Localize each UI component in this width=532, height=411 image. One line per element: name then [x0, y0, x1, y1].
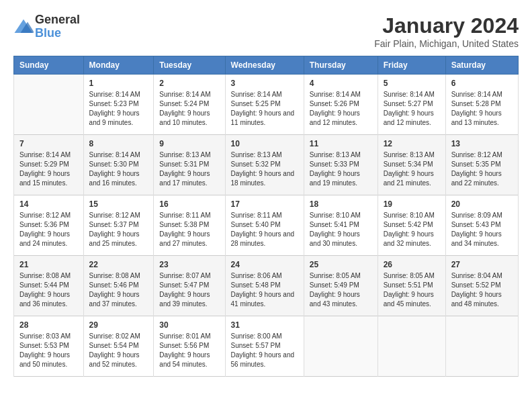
daylight-text: Daylight: 9 hours and 21 minutes.: [384, 169, 440, 188]
day-number: 2: [159, 79, 219, 88]
calendar-cell: 7Sunrise: 8:14 AMSunset: 5:29 PMDaylight…: [14, 135, 84, 195]
page-title: January 2024: [374, 13, 519, 38]
day-number: 11: [310, 139, 372, 148]
day-info: Sunrise: 8:12 AMSunset: 5:37 PMDaylight:…: [89, 211, 148, 248]
sunrise-text: Sunrise: 8:10 AM: [310, 211, 372, 220]
calendar-cell: 31Sunrise: 8:00 AMSunset: 5:57 PMDayligh…: [225, 316, 304, 377]
sunrise-text: Sunrise: 8:14 AM: [384, 90, 440, 99]
calendar-cell: 28Sunrise: 8:03 AMSunset: 5:53 PMDayligh…: [14, 316, 84, 377]
sunrise-text: Sunrise: 8:13 AM: [310, 150, 372, 160]
day-info: Sunrise: 8:06 AMSunset: 5:48 PMDaylight:…: [231, 271, 298, 309]
calendar-cell: 25Sunrise: 8:05 AMSunset: 5:49 PMDayligh…: [304, 256, 378, 316]
calendar-week-row: 1Sunrise: 8:14 AMSunset: 5:23 PMDaylight…: [14, 75, 519, 135]
calendar-cell: 4Sunrise: 8:14 AMSunset: 5:26 PMDaylight…: [304, 75, 378, 135]
logo-general: General: [35, 13, 80, 27]
daylight-text: Daylight: 9 hours and 48 minutes.: [451, 290, 513, 309]
day-number: 18: [310, 199, 372, 209]
day-number: 3: [231, 79, 298, 88]
calendar-cell: [14, 75, 84, 135]
sunrise-text: Sunrise: 8:14 AM: [19, 150, 78, 160]
day-number: 8: [89, 139, 148, 148]
day-info: Sunrise: 8:09 AMSunset: 5:43 PMDaylight:…: [451, 211, 513, 248]
calendar-cell: 9Sunrise: 8:13 AMSunset: 5:31 PMDaylight…: [154, 135, 225, 195]
daylight-text: Daylight: 9 hours and 32 minutes.: [384, 230, 440, 248]
day-info: Sunrise: 8:05 AMSunset: 5:51 PMDaylight:…: [384, 271, 440, 309]
sunset-text: Sunset: 5:24 PM: [159, 99, 219, 109]
daylight-text: Daylight: 9 hours and 36 minutes.: [19, 290, 78, 309]
column-header-wednesday: Wednesday: [225, 56, 304, 75]
sunrise-text: Sunrise: 8:03 AM: [19, 332, 78, 341]
calendar-cell: 18Sunrise: 8:10 AMSunset: 5:41 PMDayligh…: [304, 195, 378, 256]
sunset-text: Sunset: 5:36 PM: [19, 220, 78, 230]
day-info: Sunrise: 8:13 AMSunset: 5:31 PMDaylight:…: [159, 150, 219, 188]
calendar-cell: 13Sunrise: 8:12 AMSunset: 5:35 PMDayligh…: [445, 135, 518, 195]
sunrise-text: Sunrise: 8:13 AM: [231, 150, 298, 160]
day-number: 9: [159, 139, 219, 148]
day-info: Sunrise: 8:14 AMSunset: 5:27 PMDaylight:…: [384, 90, 440, 128]
sunset-text: Sunset: 5:33 PM: [310, 160, 372, 169]
daylight-text: Daylight: 9 hours and 17 minutes.: [159, 169, 219, 188]
daylight-text: Daylight: 9 hours and 34 minutes.: [451, 230, 513, 248]
day-info: Sunrise: 8:12 AMSunset: 5:35 PMDaylight:…: [451, 150, 513, 188]
day-info: Sunrise: 8:08 AMSunset: 5:46 PMDaylight:…: [89, 271, 148, 309]
daylight-text: Daylight: 9 hours and 52 minutes.: [89, 351, 148, 369]
sunrise-text: Sunrise: 8:00 AM: [231, 332, 298, 341]
sunset-text: Sunset: 5:46 PM: [89, 281, 148, 290]
daylight-text: Daylight: 9 hours and 12 minutes.: [310, 109, 372, 128]
day-info: Sunrise: 8:14 AMSunset: 5:24 PMDaylight:…: [159, 90, 219, 128]
sunset-text: Sunset: 5:47 PM: [159, 281, 219, 290]
column-header-tuesday: Tuesday: [154, 56, 225, 75]
day-number: 10: [231, 139, 298, 148]
logo-icon: [13, 17, 34, 37]
day-info: Sunrise: 8:14 AMSunset: 5:25 PMDaylight:…: [231, 90, 298, 128]
sunset-text: Sunset: 5:23 PM: [89, 99, 148, 109]
daylight-text: Daylight: 9 hours and 43 minutes.: [310, 290, 372, 309]
daylight-text: Daylight: 9 hours and 11 minutes.: [231, 109, 298, 128]
sunset-text: Sunset: 5:29 PM: [19, 160, 78, 169]
day-info: Sunrise: 8:10 AMSunset: 5:42 PMDaylight:…: [384, 211, 440, 248]
sunrise-text: Sunrise: 8:14 AM: [231, 90, 298, 99]
sunset-text: Sunset: 5:54 PM: [89, 341, 148, 351]
day-number: 7: [19, 139, 78, 148]
day-info: Sunrise: 8:10 AMSunset: 5:41 PMDaylight:…: [310, 211, 372, 248]
calendar-cell: 12Sunrise: 8:13 AMSunset: 5:34 PMDayligh…: [378, 135, 445, 195]
calendar-cell: 22Sunrise: 8:08 AMSunset: 5:46 PMDayligh…: [83, 256, 154, 316]
calendar-cell: 15Sunrise: 8:12 AMSunset: 5:37 PMDayligh…: [83, 195, 154, 256]
calendar-week-row: 21Sunrise: 8:08 AMSunset: 5:44 PMDayligh…: [14, 256, 519, 316]
day-info: Sunrise: 8:11 AMSunset: 5:38 PMDaylight:…: [159, 211, 219, 248]
column-header-thursday: Thursday: [304, 56, 378, 75]
sunrise-text: Sunrise: 8:01 AM: [159, 332, 219, 341]
day-info: Sunrise: 8:02 AMSunset: 5:54 PMDaylight:…: [89, 332, 148, 369]
day-info: Sunrise: 8:05 AMSunset: 5:49 PMDaylight:…: [310, 271, 372, 309]
daylight-text: Daylight: 9 hours and 54 minutes.: [159, 351, 219, 369]
day-number: 27: [451, 260, 513, 269]
day-info: Sunrise: 8:14 AMSunset: 5:26 PMDaylight:…: [310, 90, 372, 128]
daylight-text: Daylight: 9 hours and 22 minutes.: [451, 169, 513, 188]
daylight-text: Daylight: 9 hours and 56 minutes.: [231, 351, 298, 369]
day-info: Sunrise: 8:12 AMSunset: 5:36 PMDaylight:…: [19, 211, 78, 248]
sunrise-text: Sunrise: 8:11 AM: [231, 211, 298, 220]
column-header-saturday: Saturday: [445, 56, 518, 75]
day-number: 17: [231, 199, 298, 209]
sunrise-text: Sunrise: 8:07 AM: [159, 271, 219, 281]
daylight-text: Daylight: 9 hours and 9 minutes.: [89, 109, 148, 128]
sunset-text: Sunset: 5:48 PM: [231, 281, 298, 290]
day-number: 20: [451, 199, 513, 209]
daylight-text: Daylight: 9 hours and 13 minutes.: [451, 109, 513, 128]
day-number: 29: [89, 320, 148, 330]
day-info: Sunrise: 8:11 AMSunset: 5:40 PMDaylight:…: [231, 211, 298, 248]
day-number: 6: [451, 79, 513, 88]
calendar-cell: 2Sunrise: 8:14 AMSunset: 5:24 PMDaylight…: [154, 75, 225, 135]
day-number: 4: [310, 79, 372, 88]
daylight-text: Daylight: 9 hours and 41 minutes.: [231, 290, 298, 309]
calendar-cell: 19Sunrise: 8:10 AMSunset: 5:42 PMDayligh…: [378, 195, 445, 256]
day-number: 12: [384, 139, 440, 148]
daylight-text: Daylight: 9 hours and 19 minutes.: [310, 169, 372, 188]
calendar-cell: 29Sunrise: 8:02 AMSunset: 5:54 PMDayligh…: [83, 316, 154, 377]
sunset-text: Sunset: 5:49 PM: [310, 281, 372, 290]
sunrise-text: Sunrise: 8:12 AM: [89, 211, 148, 220]
calendar-week-row: 28Sunrise: 8:03 AMSunset: 5:53 PMDayligh…: [14, 316, 519, 377]
day-number: 23: [159, 260, 219, 269]
calendar-cell: 6Sunrise: 8:14 AMSunset: 5:28 PMDaylight…: [445, 75, 518, 135]
daylight-text: Daylight: 9 hours and 18 minutes.: [231, 169, 298, 188]
